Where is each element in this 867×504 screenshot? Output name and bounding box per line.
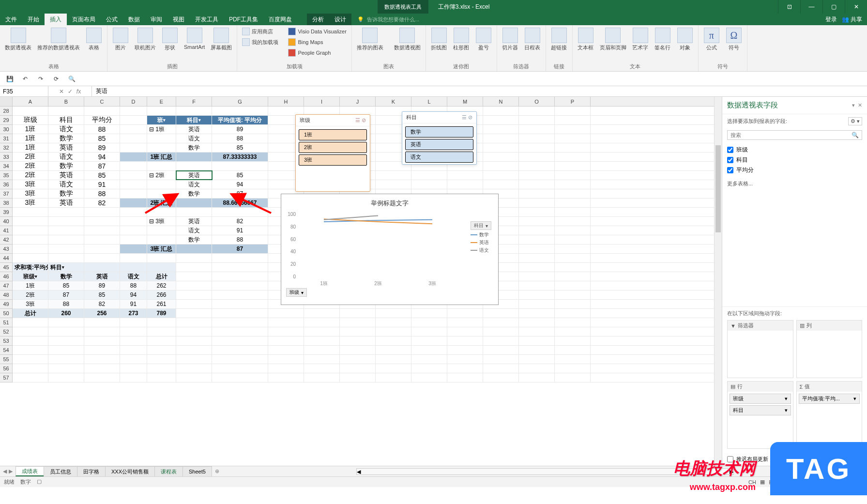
column-header[interactable]: G	[212, 97, 268, 106]
cell[interactable]: 英语	[48, 199, 84, 207]
people-graph-button[interactable]: People Graph	[286, 48, 348, 58]
cell[interactable]	[176, 300, 212, 308]
equation-button[interactable]: π公式	[701, 27, 722, 52]
cell[interactable]	[519, 290, 555, 299]
tab-insert[interactable]: 插入	[45, 14, 67, 25]
taskpane-settings-icon[interactable]: ⚙ ▾	[848, 117, 862, 125]
cell[interactable]: 2班	[13, 290, 48, 299]
cell[interactable]	[176, 290, 212, 299]
cell[interactable]	[120, 171, 147, 180]
cell[interactable]	[555, 143, 591, 152]
values-area[interactable]: Σ值 平均值项:平均...▾	[796, 381, 863, 449]
cell[interactable]	[340, 327, 376, 336]
row-header[interactable]: 29	[0, 116, 12, 125]
cell[interactable]	[48, 318, 84, 327]
cell[interactable]: 求和项:平均分	[13, 263, 48, 272]
smartart-button[interactable]: SmartArt	[182, 27, 207, 51]
taskpane-close-icon[interactable]: ✕	[858, 102, 862, 108]
row-header[interactable]: 32	[0, 143, 12, 153]
cell[interactable]	[120, 355, 147, 364]
cell[interactable]	[555, 263, 591, 272]
cell[interactable]	[84, 373, 120, 382]
cell[interactable]	[120, 180, 147, 189]
cell[interactable]	[176, 107, 212, 115]
cell[interactable]	[376, 346, 411, 354]
cell[interactable]	[212, 272, 268, 281]
cell[interactable]	[519, 327, 555, 336]
cell[interactable]	[519, 180, 555, 189]
row-header[interactable]: 34	[0, 162, 12, 171]
cell[interactable]	[519, 153, 555, 161]
cell[interactable]: 2班 汇总	[147, 199, 176, 207]
cell[interactable]	[120, 107, 147, 115]
cell[interactable]	[120, 373, 147, 382]
cell[interactable]	[519, 254, 555, 262]
cell[interactable]	[268, 364, 304, 373]
cell[interactable]	[411, 309, 447, 318]
cell[interactable]	[447, 327, 483, 336]
sheet-tab[interactable]: 成绩表	[15, 466, 44, 476]
cell[interactable]	[212, 327, 268, 336]
cell[interactable]	[13, 346, 48, 354]
cell[interactable]	[555, 290, 591, 299]
wordart-button[interactable]: 艺术字	[630, 27, 651, 52]
cell[interactable]: 88	[48, 300, 84, 308]
cell[interactable]	[120, 244, 147, 253]
cell[interactable]	[555, 336, 591, 345]
cell[interactable]: 91	[212, 226, 268, 235]
cell[interactable]	[48, 364, 84, 373]
cell[interactable]	[519, 355, 555, 364]
header-footer-button[interactable]: 页眉和页脚	[598, 27, 628, 52]
cell[interactable]	[555, 171, 591, 180]
tab-developer[interactable]: 开发工具	[190, 14, 224, 25]
cell[interactable]	[212, 300, 268, 308]
cell[interactable]: 261	[147, 300, 176, 308]
cell[interactable]	[555, 244, 591, 253]
cell[interactable]	[84, 107, 120, 115]
cell[interactable]	[13, 217, 48, 226]
column-header[interactable]: H	[268, 97, 304, 106]
columns-area[interactable]: ▥列	[796, 320, 863, 378]
taskpane-dropdown-icon[interactable]: ▾	[852, 102, 855, 108]
cell[interactable]: 英语	[48, 171, 84, 180]
cell[interactable]: 87	[84, 162, 120, 170]
cancel-formula-icon[interactable]: ✕	[59, 88, 64, 95]
tab-data[interactable]: 数据	[123, 14, 145, 25]
cell[interactable]	[555, 107, 591, 115]
sign-in-link[interactable]: 登录	[825, 15, 837, 24]
cell[interactable]	[120, 217, 147, 226]
cell[interactable]: ⊟ 1班	[147, 125, 176, 134]
cell[interactable]	[519, 272, 555, 281]
row-header[interactable]: 36	[0, 180, 12, 189]
field-checkbox[interactable]: 平均分	[727, 165, 862, 175]
cell[interactable]	[555, 254, 591, 262]
cell[interactable]	[268, 346, 304, 354]
cell[interactable]: 256	[84, 309, 120, 318]
cell[interactable]	[555, 226, 591, 235]
cell[interactable]	[120, 346, 147, 354]
cell[interactable]	[120, 336, 147, 345]
cell[interactable]	[555, 134, 591, 143]
tab-pdf[interactable]: PDF工具集	[224, 14, 263, 25]
column-header[interactable]: L	[411, 97, 447, 106]
cell[interactable]: 88	[84, 189, 120, 198]
cell[interactable]	[120, 235, 147, 244]
tab-formulas[interactable]: 公式	[101, 14, 123, 25]
cell[interactable]	[48, 336, 84, 345]
row-header[interactable]: 49	[0, 300, 12, 309]
cell[interactable]	[212, 254, 268, 262]
row-header[interactable]: 33	[0, 153, 12, 162]
cell[interactable]	[147, 336, 176, 345]
clear-filter-icon[interactable]: ⊘	[468, 114, 472, 120]
row-header[interactable]: 52	[0, 327, 12, 336]
cell[interactable]	[268, 355, 304, 364]
cell[interactable]	[376, 364, 411, 373]
screenshot-button[interactable]: 屏幕截图	[209, 27, 234, 52]
cell[interactable]	[447, 318, 483, 327]
cell[interactable]: 班 ▾	[147, 116, 176, 124]
row-header[interactable]: 43	[0, 244, 12, 254]
cell[interactable]: 91	[120, 300, 147, 308]
cell[interactable]: 266	[147, 290, 176, 299]
cell[interactable]	[176, 244, 212, 253]
cell[interactable]	[176, 263, 212, 272]
